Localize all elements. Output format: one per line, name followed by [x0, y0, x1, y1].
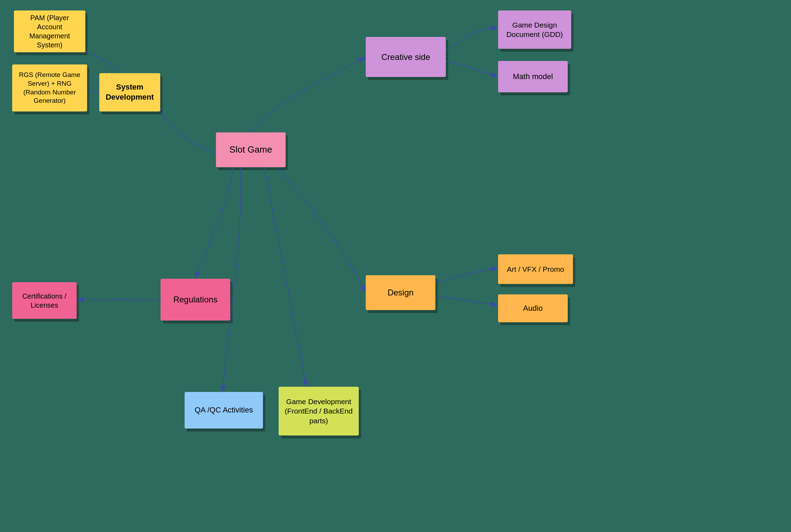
system-dev-node: System Development: [99, 73, 160, 111]
math-model-node: Math model: [498, 61, 568, 92]
rgs-label: RGS (Remote Game Server) + RNG (Random N…: [18, 71, 82, 105]
pam-node: PAM (Player Account Management System): [14, 10, 85, 52]
slot-game-label: Slot Game: [230, 144, 272, 156]
design-label: Design: [388, 287, 414, 298]
creative-side-label: Creative side: [381, 52, 430, 62]
slot-game-node: Slot Game: [216, 132, 286, 167]
gdd-label: Game Design Document (GDD): [504, 20, 566, 39]
audio-label: Audio: [523, 303, 543, 314]
game-dev-node: Game Development (FrontEnd / BackEnd par…: [279, 387, 359, 435]
art-label: Art / VFX / Promo: [507, 264, 564, 274]
pam-label: PAM (Player Account Management System): [20, 13, 80, 49]
cert-label: Certifications / Licenses: [18, 292, 71, 310]
game-dev-label: Game Development (FrontEnd / BackEnd par…: [284, 397, 353, 425]
math-model-label: Math model: [513, 72, 553, 82]
design-node: Design: [366, 275, 435, 310]
creative-side-node: Creative side: [366, 37, 446, 77]
qa-label: QA /QC Activities: [195, 405, 253, 415]
cert-node: Certifications / Licenses: [12, 282, 77, 319]
art-node: Art / VFX / Promo: [498, 254, 573, 284]
regulations-label: Regulations: [173, 294, 218, 305]
regulations-node: Regulations: [161, 279, 230, 321]
audio-node: Audio: [498, 294, 568, 322]
system-dev-label: System Development: [105, 82, 155, 102]
qa-node: QA /QC Activities: [185, 392, 263, 429]
gdd-node: Game Design Document (GDD): [498, 10, 571, 49]
rgs-node: RGS (Remote Game Server) + RNG (Random N…: [12, 64, 87, 111]
